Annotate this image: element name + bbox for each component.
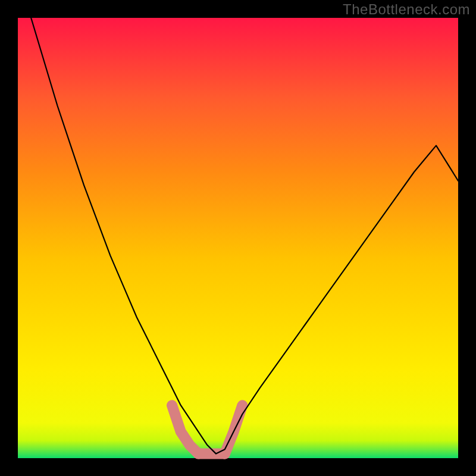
watermark-text: TheBottleneck.com: [343, 1, 470, 18]
chart-frame: TheBottleneck.com: [0, 0, 476, 476]
plot-background: [18, 18, 458, 458]
bottleneck-chart: [0, 0, 476, 476]
